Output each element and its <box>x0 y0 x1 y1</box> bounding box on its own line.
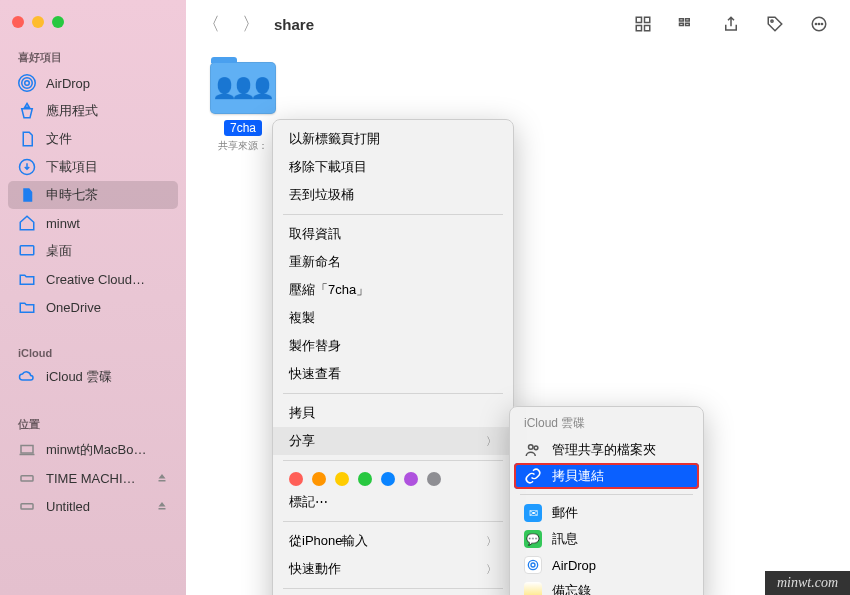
sidebar-header-favorites: 喜好項目 <box>0 44 186 69</box>
svg-rect-12 <box>680 19 684 21</box>
svg-rect-7 <box>21 504 33 509</box>
menu-rename[interactable]: 重新命名 <box>273 248 513 276</box>
submenu-header: iCloud 雲碟 <box>510 412 703 437</box>
minimize-window[interactable] <box>32 16 44 28</box>
submenu-airdrop[interactable]: AirDrop <box>510 552 703 578</box>
view-mode-icon[interactable] <box>634 15 652 33</box>
menu-quick-look[interactable]: 快速查看 <box>273 360 513 388</box>
sidebar-item-onedrive[interactable]: OneDrive <box>0 293 186 321</box>
separator <box>283 521 503 522</box>
context-menu: 以新標籤頁打開 移除下載項目 丟到垃圾桶 取得資訊 重新命名 壓縮「7cha」 … <box>272 119 514 595</box>
menu-get-info[interactable]: 取得資訊 <box>273 220 513 248</box>
sidebar-item-documents[interactable]: 文件 <box>0 125 186 153</box>
cloud-icon <box>18 368 36 386</box>
more-icon[interactable] <box>810 15 828 33</box>
home-icon <box>18 214 36 232</box>
menu-quick-actions[interactable]: 快速動作〉 <box>273 555 513 583</box>
svg-point-21 <box>529 445 534 450</box>
separator <box>283 393 503 394</box>
separator <box>283 460 503 461</box>
tag-orange[interactable] <box>312 472 326 486</box>
tag-gray[interactable] <box>427 472 441 486</box>
sidebar-header-locations: 位置 <box>0 411 186 436</box>
svg-point-18 <box>815 23 816 24</box>
tag-green[interactable] <box>358 472 372 486</box>
share-icon[interactable] <box>722 15 740 33</box>
window-controls <box>0 8 186 44</box>
sidebar-item-icloud-drive[interactable]: iCloud 雲碟 <box>0 363 186 391</box>
document-icon <box>18 130 36 148</box>
tag-yellow[interactable] <box>335 472 349 486</box>
sidebar-item-desktop[interactable]: 桌面 <box>0 237 186 265</box>
menu-tags[interactable]: 標記⋯ <box>273 488 513 516</box>
folder-icon <box>18 270 36 288</box>
tag-blue[interactable] <box>381 472 395 486</box>
svg-point-23 <box>531 563 535 567</box>
tag-icon[interactable] <box>766 15 784 33</box>
menu-remove-download[interactable]: 移除下載項目 <box>273 153 513 181</box>
airdrop-icon <box>524 556 542 574</box>
separator <box>520 494 693 495</box>
file-icon <box>18 186 36 204</box>
sidebar-item-macbook[interactable]: minwt的MacBo… <box>0 436 186 464</box>
nav-arrows: 〈 〉 <box>202 12 260 36</box>
svg-rect-11 <box>645 26 650 31</box>
menu-trash[interactable]: 丟到垃圾桶 <box>273 181 513 209</box>
folder-name: 7cha <box>224 120 262 136</box>
people-icon <box>524 441 542 459</box>
chevron-right-icon: 〉 <box>486 562 497 577</box>
submenu-manage-shared[interactable]: 管理共享的檔案夾 <box>510 437 703 463</box>
sidebar-item-selected[interactable]: 申時七茶 <box>8 181 178 209</box>
toolbar: 〈 〉 share <box>186 0 850 48</box>
forward-button[interactable]: 〉 <box>242 12 260 36</box>
svg-point-0 <box>25 81 30 86</box>
tag-red[interactable] <box>289 472 303 486</box>
svg-rect-13 <box>680 23 684 25</box>
eject-icon[interactable] <box>156 472 168 484</box>
downloads-icon <box>18 158 36 176</box>
sidebar-item-time-machine[interactable]: TIME MACHI… <box>0 464 186 492</box>
svg-point-1 <box>22 78 33 89</box>
link-icon <box>524 467 542 485</box>
laptop-icon <box>18 441 36 459</box>
watermark: minwt.com <box>765 571 850 595</box>
submenu-notes[interactable]: 備忘錄 <box>510 578 703 595</box>
folder-item[interactable]: 👤👤👤 7cha 共享來源： <box>204 62 282 153</box>
share-submenu: iCloud 雲碟 管理共享的檔案夾 拷貝連結 ✉郵件 💬訊息 AirDrop … <box>509 406 704 595</box>
svg-rect-8 <box>636 17 641 22</box>
menu-import-iphone[interactable]: 從iPhone輸入〉 <box>273 527 513 555</box>
tag-purple[interactable] <box>404 472 418 486</box>
eject-icon[interactable] <box>156 500 168 512</box>
sidebar-item-airdrop[interactable]: AirDrop <box>0 69 186 97</box>
sidebar-header-icloud: iCloud <box>0 341 186 363</box>
menu-open-new-tab[interactable]: 以新標籤頁打開 <box>273 125 513 153</box>
menu-duplicate[interactable]: 複製 <box>273 304 513 332</box>
messages-icon: 💬 <box>524 530 542 548</box>
disk-icon <box>18 469 36 487</box>
submenu-mail[interactable]: ✉郵件 <box>510 500 703 526</box>
sidebar-item-applications[interactable]: 應用程式 <box>0 97 186 125</box>
window-title: share <box>274 16 314 33</box>
sidebar-item-creative-cloud[interactable]: Creative Cloud… <box>0 265 186 293</box>
close-window[interactable] <box>12 16 24 28</box>
sidebar-item-untitled[interactable]: Untitled <box>0 492 186 520</box>
svg-point-24 <box>528 560 537 569</box>
mail-icon: ✉ <box>524 504 542 522</box>
submenu-copy-link[interactable]: 拷貝連結 <box>514 463 699 489</box>
menu-compress[interactable]: 壓縮「7cha」 <box>273 276 513 304</box>
applications-icon <box>18 102 36 120</box>
group-icon[interactable] <box>678 15 696 33</box>
menu-copy[interactable]: 拷貝 <box>273 399 513 427</box>
folder-icon <box>18 298 36 316</box>
svg-rect-9 <box>645 17 650 22</box>
back-button[interactable]: 〈 <box>202 12 220 36</box>
sidebar-item-home[interactable]: minwt <box>0 209 186 237</box>
fullscreen-window[interactable] <box>52 16 64 28</box>
menu-share[interactable]: 分享〉 <box>273 427 513 455</box>
desktop-icon <box>18 242 36 260</box>
separator <box>283 588 503 589</box>
submenu-messages[interactable]: 💬訊息 <box>510 526 703 552</box>
menu-make-alias[interactable]: 製作替身 <box>273 332 513 360</box>
svg-rect-5 <box>21 446 33 454</box>
sidebar-item-downloads[interactable]: 下載項目 <box>0 153 186 181</box>
